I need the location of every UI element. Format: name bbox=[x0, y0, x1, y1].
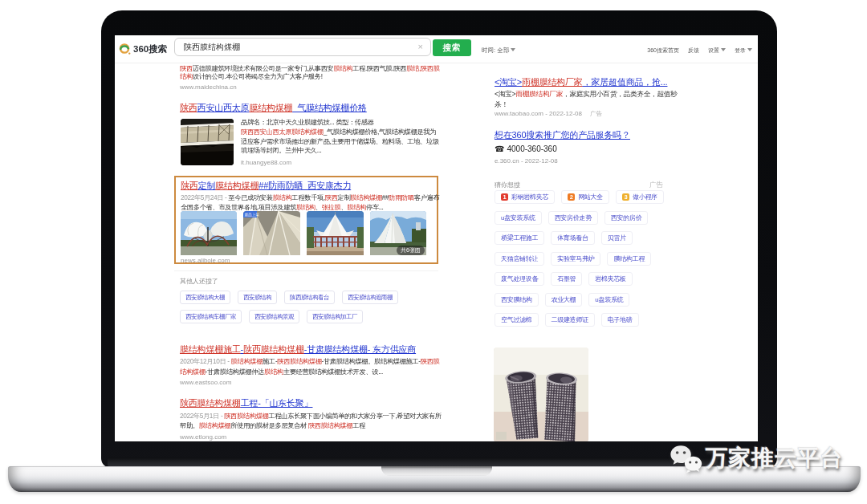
nav-link-2[interactable]: 反馈 bbox=[688, 47, 699, 55]
ad-desc-line: 杀！ bbox=[495, 100, 508, 110]
related-chip-row: 西安膜结构大棚西安膜结构陕西膜结构看台西安膜结构遮雨棚 bbox=[180, 291, 398, 304]
header-divider bbox=[115, 63, 758, 63]
text-span: 膜结构煤棚 bbox=[215, 181, 258, 190]
watermark: 万家推云平台 bbox=[669, 443, 843, 480]
nav-link-3[interactable]: 设置 bbox=[708, 47, 726, 55]
related-search-chip[interactable]: 西安膜结构遮雨棚 bbox=[342, 291, 398, 304]
text-span: 设计的公司.本公司将竭尽全力为广大客户服务! bbox=[193, 72, 323, 80]
text-span: 张拉膜 bbox=[322, 203, 341, 211]
suggest-chip-row: 西安膜结构农业大棚u盘装系统 bbox=[495, 293, 629, 307]
result-desc-line: 适应客户需求市场推出的新产品,主要用于储煤场、粒料场、工地、垃圾 bbox=[241, 137, 439, 146]
suggest-chip[interactable]: 膜结构工程 bbox=[607, 252, 651, 266]
text-span: 、 bbox=[315, 203, 322, 211]
text-span: ##防雨防晒_西安康杰力 bbox=[258, 181, 351, 190]
phone-icon: ☎ bbox=[495, 144, 504, 153]
360-logo-icon bbox=[119, 43, 131, 56]
suggest-chip[interactable]: 空气过滤棉 bbox=[495, 313, 539, 327]
clear-search-icon[interactable]: × bbox=[418, 42, 423, 51]
coal-shed-photo bbox=[181, 119, 234, 165]
text-span: 至今已成功安装 bbox=[228, 193, 272, 201]
suggest-chip[interactable]: 二级建造师证 bbox=[545, 313, 595, 327]
promo-url: e.360.cn - 2022-12-08 bbox=[495, 157, 558, 165]
suggest-chip-row: 桥梁工程施工体育场看台贝雷片 bbox=[495, 231, 633, 245]
result-thumbnail[interactable]: 新品上架 bbox=[243, 211, 300, 258]
photo-count-overlay: 共6张图 bbox=[397, 246, 425, 255]
text-span: 帮助。 bbox=[180, 421, 199, 429]
suggest-chip[interactable]: u盘安装系统 bbox=[495, 211, 542, 225]
text-span: 主要经营膜结构煤棚技术开发、设... bbox=[283, 368, 383, 376]
result-desc-line: 帮助。膜结构煤棚所使用的膜材是多层复合材 陕西膜结构煤棚工程 bbox=[180, 421, 365, 430]
text-span: 膜结构 bbox=[296, 203, 315, 211]
wechat-icon bbox=[669, 445, 702, 477]
suggest-chip[interactable]: 石墨管 bbox=[551, 272, 582, 286]
logo-text: 360搜索 bbox=[133, 43, 167, 55]
mockup-stage: 360搜索 陕西膜结构煤棚 × 搜索 时间: 全部 360搜索首页反馈设置登录 … bbox=[0, 0, 867, 504]
search-button[interactable]: 搜索 bbox=[433, 39, 471, 56]
ad-url: www.taobao.com - 2022-12-08广告 bbox=[495, 110, 602, 118]
suggest-chip[interactable]: 农业大棚 bbox=[545, 293, 583, 307]
nav-link-4[interactable]: 登录 bbox=[735, 47, 752, 55]
related-search-chip[interactable]: 西安膜结构加工厂 bbox=[307, 310, 363, 323]
suggest-chip[interactable]: 西安膜结构 bbox=[495, 293, 539, 307]
result-thumbnail[interactable] bbox=[181, 211, 237, 258]
suggest-chip-row: 天猫店铺转让实验室马弗炉膜结构工程 bbox=[495, 252, 651, 266]
related-search-chip[interactable]: 西安膜结构大棚 bbox=[180, 291, 230, 304]
related-search-chip[interactable]: 西安膜结构景观 bbox=[249, 310, 299, 323]
time-filter-dropdown[interactable]: 时间: 全部 bbox=[482, 47, 515, 55]
result-title[interactable]: 陕西膜结构煤棚工程-「山东长聚」 bbox=[180, 397, 312, 409]
result-thumbnail[interactable] bbox=[181, 119, 234, 165]
suggest-chip[interactable]: 天猫店铺转让 bbox=[495, 252, 544, 266]
result-thumbnail[interactable]: 共6张图 bbox=[370, 211, 426, 258]
suggest-chip[interactable]: u盘装系统 bbox=[588, 293, 629, 307]
suggest-chip[interactable]: 1彩钢岩棉夹芯 bbox=[495, 190, 555, 204]
text-span: 陕西 bbox=[180, 103, 197, 112]
text-span: -甘肃膜结构煤棚- 东方供应商 bbox=[304, 344, 416, 354]
related-search-chip[interactable]: 西安膜结构车棚厂家 bbox=[180, 310, 242, 323]
text-span: 陕西膜结构煤棚 bbox=[224, 412, 268, 420]
result-url: www.maidechina.cn bbox=[180, 83, 237, 91]
text-span: 膜结构煤棚 bbox=[350, 193, 382, 201]
text-span: 定制 bbox=[338, 193, 351, 201]
result-title[interactable]: 膜结构煤棚施工-陕西膜结构煤棚-甘肃膜结构煤棚- 东方供应商 bbox=[180, 343, 416, 356]
suggest-chip[interactable]: 岩棉夹芯板 bbox=[588, 272, 633, 286]
suggest-chip[interactable]: 电子地磅 bbox=[601, 313, 639, 327]
suggest-chip[interactable]: 废气处理设备 bbox=[495, 272, 544, 286]
result-title[interactable]: 陕西定制膜结构煤棚##防雨防晒_西安康杰力 bbox=[181, 180, 351, 192]
related-search-chip[interactable]: 西安膜结构 bbox=[238, 291, 277, 304]
suggest-product-image[interactable] bbox=[494, 348, 588, 441]
search-query-text: 陕西膜结构煤棚 bbox=[184, 42, 240, 53]
result-photo-strip: 新品上架 共6张图 bbox=[181, 211, 426, 258]
text-span: 陕西膜结构煤棚 bbox=[243, 344, 304, 354]
suggest-chip[interactable]: 贝雷片 bbox=[601, 231, 633, 245]
suggest-chip[interactable]: 桥梁工程施工 bbox=[495, 231, 544, 245]
suggest-chip[interactable]: 3做小程序 bbox=[616, 190, 664, 204]
search-input[interactable]: 陕西膜结构煤棚 × bbox=[174, 38, 431, 56]
suggest-chip[interactable]: 西安房价走势 bbox=[548, 211, 598, 225]
result-thumbnail[interactable] bbox=[307, 211, 364, 258]
promo-title[interactable]: 想在360搜索推广您的产品服务吗？ bbox=[495, 129, 630, 141]
text-span: 结构 bbox=[180, 72, 193, 80]
ad-title[interactable]: <淘宝>雨棚膜结构厂家，家居超值商品，抢... bbox=[495, 76, 667, 88]
membrane-structure-photo-3 bbox=[307, 211, 364, 255]
suggest-chip[interactable]: 体育场看台 bbox=[551, 231, 595, 245]
suggest-chip[interactable]: 西安的房价 bbox=[604, 211, 649, 225]
text-span: _气膜结构煤棚价格,气膜结构煤棚是我为 bbox=[324, 128, 436, 136]
result-desc-line: 品牌名：北京中天久业膜建筑技... 类型：传感器 bbox=[241, 118, 374, 127]
result-title[interactable]: 陕西西安山西太原膜结构煤棚_气膜结构煤棚价格 bbox=[180, 102, 367, 114]
text-span: 膜结构 bbox=[273, 193, 292, 201]
suggest-chip[interactable]: 实验室马弗炉 bbox=[551, 252, 600, 266]
suggest-ad-label: 广告 bbox=[649, 181, 663, 190]
text-span: 2022年5月1日 - bbox=[180, 412, 224, 420]
related-search-chip[interactable]: 陕西膜结构看台 bbox=[284, 291, 335, 304]
browser-viewport: 360搜索 陕西膜结构煤棚 × 搜索 时间: 全部 360搜索首页反馈设置登录 … bbox=[115, 35, 758, 441]
logo-360-search[interactable]: 360搜索 bbox=[119, 39, 167, 59]
result-url: www.etlong.com bbox=[180, 433, 226, 441]
result-url: news.alibole.com bbox=[181, 257, 230, 264]
text-span: 品牌名：北京中天久业膜建筑技... 类型：传感器 bbox=[241, 118, 374, 126]
text-span: 适应客户需求市场推出的新产品,主要用于储煤场、粒料场、工地、垃圾 bbox=[241, 137, 439, 145]
result-desc-line: 结构煤棚-甘肃膜结构煤棚仲达膜结构主要经营膜结构煤棚技术开发、设... bbox=[180, 368, 383, 376]
suggest-chip[interactable]: 2网站大全 bbox=[561, 190, 609, 204]
suggest-title: 猜你想搜 bbox=[495, 181, 520, 189]
text-span: 填埋场等封闭。兰州中天久... bbox=[241, 146, 321, 154]
nav-link-1[interactable]: 360搜索首页 bbox=[647, 47, 679, 55]
